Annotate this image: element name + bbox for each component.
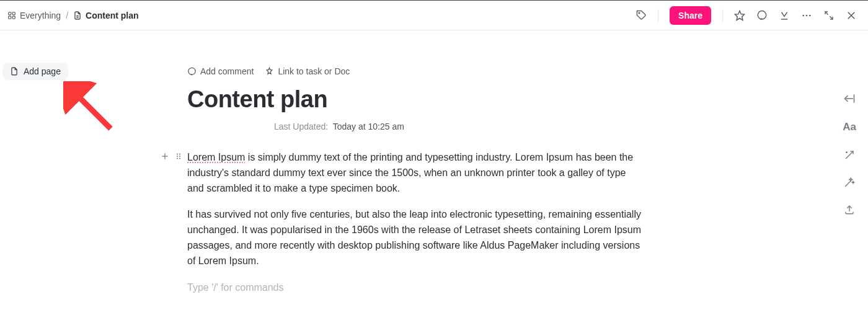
svg-rect-0 xyxy=(9,12,11,14)
download-button[interactable] xyxy=(775,6,794,25)
last-updated: Last Updated: Today at 10:25 am xyxy=(187,122,645,131)
spell-marked-text: Lorem Ipsum xyxy=(187,152,245,162)
left-sidebar: Add page xyxy=(0,30,124,315)
svg-point-6 xyxy=(639,12,640,14)
tag-button[interactable] xyxy=(632,6,650,25)
doc-actions: Add comment Link to task or Doc xyxy=(187,66,645,76)
document: Add comment Link to task or Doc Content … xyxy=(124,30,670,315)
svg-rect-2 xyxy=(9,16,11,19)
svg-point-25 xyxy=(177,158,178,159)
paragraph-text: It has survived not only five centuries,… xyxy=(187,209,641,265)
favorite-button[interactable] xyxy=(730,6,749,25)
svg-rect-3 xyxy=(12,16,15,19)
link-task-label: Link to task or Doc xyxy=(278,66,350,76)
doc-icon xyxy=(73,11,82,20)
breadcrumb: Everything / Content plan xyxy=(7,11,139,20)
indent-icon xyxy=(843,92,856,105)
share-button[interactable]: Share xyxy=(670,6,711,25)
breadcrumb-root-label: Everything xyxy=(20,11,61,20)
svg-point-26 xyxy=(179,158,180,159)
link-task-button[interactable]: Link to task or Doc xyxy=(265,66,350,76)
svg-point-29 xyxy=(846,152,848,153)
grid-icon xyxy=(7,11,16,20)
svg-rect-1 xyxy=(12,12,15,14)
last-updated-label: Last Updated: xyxy=(274,122,328,131)
block-gutter xyxy=(160,151,184,161)
svg-point-18 xyxy=(188,68,195,74)
svg-point-24 xyxy=(179,156,180,157)
svg-point-21 xyxy=(177,154,178,155)
separator xyxy=(722,9,723,22)
plus-icon xyxy=(161,152,169,161)
add-comment-button[interactable]: Add comment xyxy=(187,66,254,76)
minimize-button[interactable] xyxy=(820,6,838,25)
ai-button[interactable] xyxy=(844,149,855,161)
breadcrumb-current[interactable]: Content plan xyxy=(73,11,139,20)
drag-handle[interactable] xyxy=(174,151,184,161)
svg-point-8 xyxy=(758,11,766,19)
svg-point-9 xyxy=(802,14,804,16)
svg-point-23 xyxy=(177,156,178,157)
body: Add page Add comment Link to task or Doc… xyxy=(0,30,868,315)
typography-button[interactable]: Aa xyxy=(843,121,856,133)
upload-icon xyxy=(844,204,855,215)
last-updated-value: Today at 10:25 am xyxy=(333,122,404,131)
export-button[interactable] xyxy=(844,204,855,215)
add-block-button[interactable] xyxy=(160,151,170,161)
right-rail: Aa xyxy=(831,30,868,315)
comments-button[interactable] xyxy=(753,6,771,25)
link-icon xyxy=(265,67,274,76)
paragraph-block[interactable]: Lorem Ipsum is simply dummy text of the … xyxy=(187,150,645,196)
tag-icon xyxy=(636,10,647,20)
empty-block[interactable]: Type '/' for commands xyxy=(187,280,645,296)
drag-icon xyxy=(175,152,182,161)
page-title[interactable]: Content plan xyxy=(187,86,645,113)
add-page-button[interactable]: Add page xyxy=(2,63,68,80)
add-comment-label: Add comment xyxy=(200,66,254,76)
svg-line-17 xyxy=(73,91,110,128)
paragraph-block[interactable]: It has survived not only five centuries,… xyxy=(187,207,645,268)
indent-button[interactable] xyxy=(843,92,856,105)
page-add-icon xyxy=(10,67,19,76)
collapse-icon xyxy=(824,11,834,20)
sparkle-icon xyxy=(844,149,855,161)
download-icon xyxy=(779,10,790,21)
slash-placeholder: Type '/' for commands xyxy=(187,282,284,293)
svg-point-22 xyxy=(179,154,180,155)
close-icon xyxy=(846,10,857,21)
more-button[interactable] xyxy=(797,6,816,25)
wand-icon xyxy=(844,177,855,188)
svg-line-12 xyxy=(825,12,828,15)
svg-line-13 xyxy=(830,16,833,19)
breadcrumb-root[interactable]: Everything xyxy=(7,11,61,20)
paragraph-text: is simply dummy text of the printing and… xyxy=(187,152,633,193)
svg-marker-7 xyxy=(735,11,745,20)
separator xyxy=(658,9,658,22)
breadcrumb-current-label: Content plan xyxy=(86,11,139,20)
star-icon xyxy=(734,10,745,21)
breadcrumb-sep: / xyxy=(66,11,68,20)
topbar-right: Share xyxy=(632,6,861,25)
comment-icon xyxy=(187,67,197,76)
svg-point-10 xyxy=(806,14,808,16)
close-button[interactable] xyxy=(842,6,861,25)
magic-button[interactable] xyxy=(844,177,855,188)
comment-icon xyxy=(756,10,768,21)
add-page-label: Add page xyxy=(24,66,61,76)
ellipsis-icon xyxy=(801,10,812,21)
annotation-arrow-icon xyxy=(63,81,119,137)
svg-point-11 xyxy=(809,14,811,16)
topbar: Everything / Content plan Share xyxy=(0,1,868,30)
